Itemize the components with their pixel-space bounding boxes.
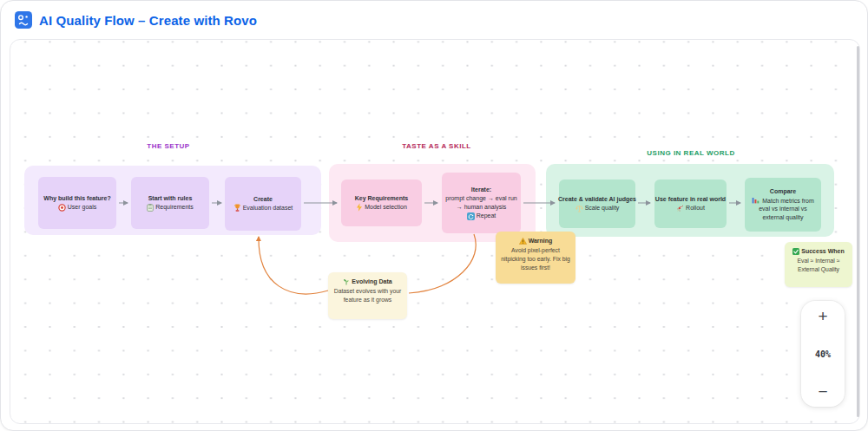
note-title: Warning <box>529 237 553 246</box>
lightning-icon <box>356 203 363 212</box>
note-title: Success When <box>801 247 844 257</box>
node-create-validate-ai-judges[interactable]: Create & validate AI judges Scale qualit… <box>559 180 635 228</box>
note-warning[interactable]: Warning Avoid pixel-perfect nitpicking t… <box>496 232 575 284</box>
warning-icon <box>519 238 527 245</box>
note-body: Dataset evolves with your feature as it … <box>332 287 404 304</box>
node-subtitle: Rollout <box>686 204 705 212</box>
whiteboard-window: AI Quality Flow – Create with Rovo THE S… <box>0 0 868 431</box>
node-subtitle: Repeat <box>477 212 496 220</box>
seedling-icon <box>343 278 350 285</box>
note-body: Eval ≈ Internal ≈ External Quality <box>788 257 849 274</box>
note-evolving-data[interactable]: Evolving Data Dataset evolves with your … <box>328 272 407 319</box>
node-subtitle: Scale quality <box>585 204 620 212</box>
node-title: Key Requirements <box>355 194 408 204</box>
scales-icon <box>575 205 583 212</box>
trophy-icon <box>233 204 241 212</box>
node-subtitle: User goals <box>68 203 96 212</box>
note-body: Avoid pixel-perfect nitpicking too early… <box>499 246 572 273</box>
zoom-out-button[interactable]: − <box>810 383 836 400</box>
note-success-when[interactable]: Success When Eval ≈ Internal ≈ External … <box>785 242 852 287</box>
node-title: Start with rules <box>148 194 193 204</box>
node-why-build-this-feature[interactable]: Why build this feature? User goals <box>38 177 116 229</box>
node-title: Use feature in real world <box>655 195 726 205</box>
check-icon <box>792 248 799 255</box>
node-subtitle: Model selection <box>365 203 407 212</box>
node-title: Iterate: <box>471 186 491 195</box>
node-use-feature-in-real-world[interactable]: Use feature in real world Rollout <box>654 180 727 228</box>
node-title: Create & validate AI judges <box>558 195 636 205</box>
vertical-scrollbar[interactable] <box>857 46 859 417</box>
rocket-icon <box>676 205 684 212</box>
target-icon <box>58 204 66 212</box>
bar-chart-icon <box>752 197 760 204</box>
zoom-level[interactable]: 40% <box>815 349 831 359</box>
node-title: Compare <box>770 187 796 197</box>
node-line: → human analysis <box>457 203 507 212</box>
zoom-in-button[interactable]: + <box>810 308 836 324</box>
repeat-icon <box>467 212 475 220</box>
note-title: Evolving Data <box>352 278 391 287</box>
page-title[interactable]: AI Quality Flow – Create with Rovo <box>39 13 257 28</box>
section-label-taste-as-a-skill[interactable]: TASTE AS A SKILL <box>402 142 470 150</box>
node-compare[interactable]: Compare Match metrics from eval vs inter… <box>745 178 821 232</box>
board-header: AI Quality Flow – Create with Rovo <box>15 11 257 29</box>
section-label-using-in-real-world[interactable]: USING IN REAL WORLD <box>647 149 734 157</box>
node-start-with-rules[interactable]: Start with rules Requirements <box>131 177 209 229</box>
node-iterate[interactable]: Iterate: prompt change → eval run → huma… <box>442 173 521 233</box>
zoom-control: + 40% − <box>801 301 845 407</box>
node-key-requirements[interactable]: Key Requirements Model selection <box>341 180 422 226</box>
node-subtitle: Requirements <box>155 203 194 212</box>
clipboard-icon <box>147 204 154 212</box>
node-line: prompt change → eval run <box>445 194 517 203</box>
node-subtitle: Evaluation dataset <box>243 204 293 212</box>
section-label-the-setup[interactable]: THE SETUP <box>147 142 189 150</box>
node-title: Create <box>253 195 273 205</box>
node-create-evaluation-dataset[interactable]: Create Evaluation dataset <box>225 177 301 231</box>
node-subtitle: Match metrics from eval vs internal vs e… <box>759 198 814 221</box>
node-title: Why build this feature? <box>43 194 110 204</box>
whiteboard-icon <box>15 11 32 29</box>
